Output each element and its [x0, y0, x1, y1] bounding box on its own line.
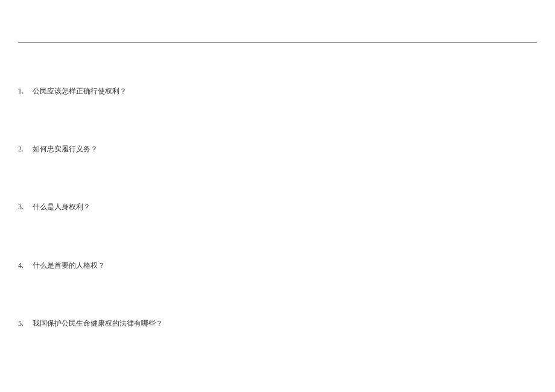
- horizontal-divider: [18, 42, 537, 43]
- question-list: 1. 公民应该怎样正确行使权利？ 2. 如何忠实履行义务？ 3. 什么是人身权利…: [18, 86, 537, 376]
- question-number: 3.: [18, 201, 30, 213]
- list-item: 1. 公民应该怎样正确行使权利？: [18, 86, 537, 97]
- question-text: 公民应该怎样正确行使权利？: [33, 86, 537, 97]
- question-text: 如何忠实履行义务？: [33, 144, 537, 155]
- list-item: 3. 什么是人身权利？: [18, 201, 537, 213]
- question-number: 5.: [18, 318, 30, 329]
- list-item: 4. 什么是首要的人格权？: [18, 260, 537, 271]
- question-number: 4.: [18, 260, 30, 271]
- question-text: 什么是首要的人格权？: [33, 260, 537, 271]
- question-text: 我国保护公民生命健康权的法律有哪些？: [33, 318, 537, 329]
- question-number: 1.: [18, 86, 30, 97]
- question-text: 什么是人身权利？: [33, 201, 537, 213]
- list-item: 5. 我国保护公民生命健康权的法律有哪些？: [18, 318, 537, 329]
- list-item: 2. 如何忠实履行义务？: [18, 144, 537, 155]
- question-number: 2.: [18, 144, 30, 155]
